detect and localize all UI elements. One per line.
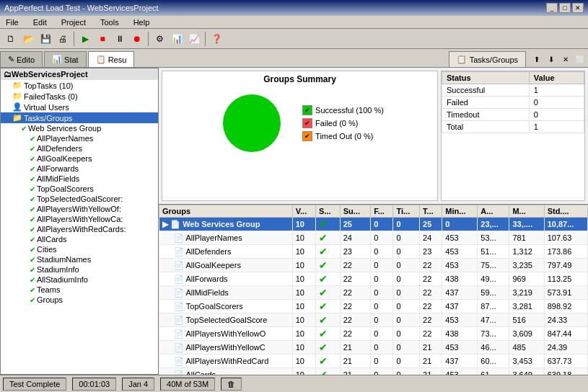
status-total-label: Total — [442, 121, 530, 133]
tree-item-all-player-names[interactable]: ✔ AllPlayerNames — [1, 133, 158, 143]
tree-item-failed-tasks[interactable]: 📁 FailedTasks (0) — [1, 91, 158, 102]
tree-item-all-forwards[interactable]: ✔ AllForwards — [1, 164, 158, 174]
tree-item-groups[interactable]: ✔ Groups — [1, 295, 158, 305]
tree-item-top-goal-scorers[interactable]: ✔ TopGoalScorers — [1, 184, 158, 194]
toolbar-right-btn3[interactable]: ✕ — [559, 53, 572, 66]
tree-item-all-cards[interactable]: ✔ AllCards — [1, 234, 158, 244]
table-row[interactable]: 📄 AllPlayerNames 10 ✔ 24 0 0 24 453 53..… — [159, 231, 588, 245]
table-row[interactable]: 📄 AllCards 10 ✔ 21 0 0 21 453 61... 3,64… — [159, 368, 588, 375]
run-button[interactable]: ▶ — [77, 31, 93, 47]
time-value: 00:01:03 — [79, 380, 110, 388]
tree-item-all-goalkeepers[interactable]: ✔ AllGoalKeepers — [1, 153, 158, 164]
check-icon-af: ✔ — [30, 165, 35, 173]
folder-icon-4: 📁 — [12, 113, 22, 122]
legend-failed: ✔ Failed (0 %) — [302, 118, 384, 128]
col-groups: Groups — [159, 205, 293, 218]
right-panel: Groups Summary ✔ Successful (100 %) — [159, 68, 588, 375]
chart-content: ✔ Successful (100 %) ✔ Failed (0 %) — [216, 87, 384, 159]
table-row[interactable]: 📄 TopGoalScorers 10 ✔ 22 0 0 22 437 87..… — [159, 300, 588, 313]
status-data-table: Status Value Successful 1 Failed 0 — [442, 71, 584, 133]
window-title: AppPerfect Load Test - WebServicesProjec… — [4, 4, 159, 12]
tree-item-web-services-group[interactable]: ✔ Web Services Group — [1, 123, 158, 133]
table-row[interactable]: 📄 AllForwards 10 ✔ 22 0 0 22 438 49... 9… — [159, 272, 588, 286]
maximize-button[interactable]: □ — [559, 3, 571, 13]
status-label: Test Complete — [9, 380, 60, 388]
status-col-header: Status — [442, 72, 530, 84]
chart-button[interactable]: 📈 — [186, 31, 202, 47]
tab-resu[interactable]: 📋 Resu — [88, 51, 135, 67]
tree-root[interactable]: 🗂 WebServicesProject — [1, 68, 158, 80]
tab-stat[interactable]: 📊 Stat — [44, 51, 87, 67]
tree-item-top-selected[interactable]: ✔ TopSelectedGoalScorer: — [1, 194, 158, 204]
help-toolbar-button[interactable]: ❓ — [209, 31, 224, 47]
tree-item-yellow-of[interactable]: ✔ AllPlayersWithYellowOf: — [1, 204, 158, 214]
close-button[interactable]: ✕ — [572, 3, 584, 13]
tree-item-all-defenders[interactable]: ✔ AllDefenders — [1, 143, 158, 153]
report-button[interactable]: 📊 — [169, 31, 185, 47]
table-row[interactable]: 📄 AllPlayersWithRedCard 10 ✔ 21 0 0 21 4… — [159, 355, 588, 368]
group-check-icon: ✔ — [319, 218, 328, 230]
tree-item-all-stadium-info[interactable]: ✔ AllStadiumInfo — [1, 275, 158, 285]
tree-item-top-tasks[interactable]: 📁 TopTasks (10) — [1, 80, 158, 91]
check-icon-am: ✔ — [30, 175, 35, 183]
minimize-button[interactable]: _ — [546, 3, 558, 13]
tree-item-stadium-names[interactable]: ✔ StadiumNames — [1, 254, 158, 264]
config-button[interactable]: ⚙ — [152, 31, 167, 47]
table-row[interactable]: 📄 AllMidFields 10 ✔ 22 0 0 22 437 59... … — [159, 286, 588, 300]
print-button[interactable]: 🖨 — [55, 31, 71, 47]
group-row-web-services[interactable]: ▶ 📄 Web Services Group 10 ✔ 25 0 0 25 0 … — [159, 218, 588, 231]
col-t: T... — [420, 205, 442, 218]
open-button[interactable]: 📂 — [20, 31, 36, 47]
window-controls[interactable]: _ □ ✕ — [546, 3, 584, 13]
tree-item-stadium-info[interactable]: ✔ StadiumInfo — [1, 264, 158, 275]
tree-item-red-cards[interactable]: ✔ AllPlayersWithRedCards: — [1, 224, 158, 234]
menu-bar: File Edit Project Tools Help — [0, 16, 588, 29]
table-row[interactable]: 📄 AllPlayersWithYellowO 10 ✔ 22 0 0 22 4… — [159, 327, 588, 341]
chart-area: Groups Summary ✔ Successful (100 %) — [162, 71, 438, 201]
save-button[interactable]: 💾 — [38, 31, 53, 47]
table-row[interactable]: 📄 AllGoalKeepers 10 ✔ 22 0 0 22 453 75..… — [159, 259, 588, 272]
tasks-groups-tab[interactable]: 📋 Tasks/Groups — [449, 51, 526, 67]
new-button[interactable]: 🗋 — [3, 31, 19, 47]
group-doc-icon: 📄 — [170, 220, 183, 228]
check-icon-ci: ✔ — [30, 246, 35, 254]
table-row[interactable]: 📄 AllPlayersWithYellowC 10 ✔ 21 0 0 21 4… — [159, 341, 588, 355]
menu-file[interactable]: File — [3, 17, 22, 27]
record-button[interactable]: ⏺ — [129, 31, 145, 47]
tab-edito[interactable]: ✎ Edito — [0, 51, 43, 67]
tree-item-teams[interactable]: ✔ Teams — [1, 285, 158, 295]
table-row[interactable]: 📄 TopSelectedGoalScore 10 ✔ 22 0 0 22 45… — [159, 313, 588, 327]
project-icon: 🗂 — [4, 70, 12, 79]
toolbar-right-btn1[interactable]: ⬆ — [530, 53, 543, 66]
menu-tools[interactable]: Tools — [97, 17, 122, 27]
tree-item-yellow-ca[interactable]: ✔ AllPlayersWithYellowCa: — [1, 214, 158, 224]
tree-item-cities[interactable]: ✔ Cities — [1, 244, 158, 254]
tree-item-tasks-groups[interactable]: 📁 Tasks/Groups — [1, 112, 158, 123]
tab-stat-label: Stat — [64, 55, 79, 64]
legend-failed-label: Failed (0 %) — [315, 119, 358, 128]
col-su: Su... — [340, 205, 371, 218]
legend-successful-label: Successful (100 %) — [315, 106, 384, 115]
menu-project[interactable]: Project — [58, 17, 89, 27]
resu-icon: 📋 — [96, 55, 106, 64]
menu-edit[interactable]: Edit — [30, 17, 50, 27]
status-time: 00:01:03 — [72, 378, 116, 391]
toolbar-right-btn2[interactable]: ⬇ — [545, 53, 558, 66]
pie-chart — [216, 87, 288, 159]
legend-timedout-label: Timed Out (0 %) — [315, 132, 373, 141]
check-icon-apn: ✔ — [30, 135, 35, 143]
tree-item-all-midfields[interactable]: ✔ AllMidFields — [1, 174, 158, 184]
check-icon-si: ✔ — [30, 266, 35, 274]
stop-button[interactable]: ■ — [95, 31, 110, 47]
status-trash[interactable]: 🗑 — [221, 378, 242, 391]
pause-button[interactable]: ⏸ — [112, 31, 128, 47]
status-memory: 40M of 53M — [160, 378, 215, 391]
data-table-container[interactable]: Groups V... S... Su... F... Ti... T... M… — [159, 205, 588, 375]
toolbar-right-btn4[interactable]: ⬜ — [574, 53, 587, 66]
stat-icon: 📊 — [52, 55, 62, 64]
top-section: Groups Summary ✔ Successful (100 %) — [159, 68, 588, 205]
status-total-value: 1 — [529, 121, 584, 133]
menu-help[interactable]: Help — [131, 17, 153, 27]
tree-item-virtual-users[interactable]: 👤 Virtual Users — [1, 102, 158, 112]
table-row[interactable]: 📄 AllDefenders 10 ✔ 23 0 0 23 453 51... … — [159, 245, 588, 259]
